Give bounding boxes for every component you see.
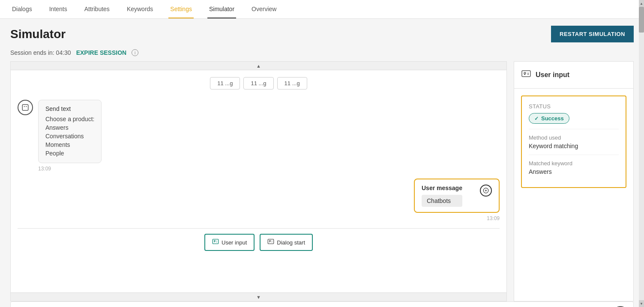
scroll-up-button[interactable]: ▲ [639, 0, 644, 7]
session-bar: Session ends in: 04:30 EXPIRE SESSION i [0, 46, 644, 61]
page-scrollbar: ▲ ▼ [639, 0, 644, 307]
user-message-inner: User message Chatbots [422, 185, 462, 207]
svg-rect-0 [22, 104, 28, 110]
bot-message-content: Send text Choose a product: Answers Conv… [38, 100, 102, 172]
svg-point-7 [270, 240, 271, 241]
restart-simulation-button[interactable]: RESTART SIMULATION [551, 26, 634, 42]
bot-bubble: Send text Choose a product: Answers Conv… [38, 100, 102, 163]
nav-overview[interactable]: Overview [250, 0, 278, 18]
svg-rect-8 [522, 71, 530, 77]
scrollbar-track [639, 7, 644, 300]
product-moments: Moments [45, 140, 94, 149]
info-icon[interactable]: i [132, 49, 138, 56]
svg-rect-4 [213, 239, 218, 244]
svg-point-9 [524, 72, 526, 74]
product-conversations: Conversations [45, 132, 94, 140]
product-people: People [45, 149, 94, 158]
nav-simulator[interactable]: Simulator [207, 0, 236, 18]
svg-rect-6 [268, 239, 274, 244]
top-button-3[interactable]: 11 ...g [277, 77, 307, 89]
divider-2 [529, 155, 619, 155]
right-panel-header: User input [514, 62, 633, 89]
method-value: Keyword matching [529, 143, 619, 149]
top-button-1[interactable]: 11 ...g [210, 77, 240, 89]
user-message-icon [480, 185, 492, 197]
action-buttons: User input Dialog start [18, 228, 500, 254]
session-timer: Session ends in: 04:30 [10, 49, 71, 56]
method-label: Method used [529, 134, 619, 141]
scrollbar-thumb [639, 7, 644, 33]
user-message-box: User message Chatbots [414, 179, 500, 213]
nav-intents[interactable]: Intents [48, 0, 69, 18]
send-text-label: Send text [45, 105, 94, 112]
expire-session-button[interactable]: EXPIRE SESSION [76, 49, 126, 56]
user-input-panel-icon [521, 69, 531, 81]
scroll-up-arrow[interactable]: ▲ [11, 62, 506, 70]
page-header: Simulator RESTART SIMULATION [0, 19, 644, 46]
scroll-down-arrow[interactable]: ▼ [11, 292, 506, 301]
chat-scroll: 11 ...g 11 ...g 11 ...g [11, 70, 506, 292]
status-row: Status Success [529, 103, 619, 124]
dialog-start-icon [267, 238, 274, 247]
scroll-down-button[interactable]: ▼ [639, 300, 644, 307]
keyword-label: Matched keyword [529, 160, 619, 167]
dialog-start-label: Dialog start [277, 239, 305, 246]
right-panel: User input Status Success Method used Ke… [514, 61, 634, 301]
product-answers: Answers [45, 123, 94, 132]
status-section-label: Status [529, 103, 619, 110]
dialog-start-button[interactable]: Dialog start [260, 234, 313, 251]
nav-settings[interactable]: Settings [168, 0, 194, 18]
bot-avatar-icon [18, 100, 33, 115]
user-message-label: User message [422, 185, 462, 191]
method-row: Method used Keyword matching [529, 134, 619, 149]
chat-area: ▲ 11 ...g 11 ...g 11 ...g [10, 61, 507, 301]
keyword-row: Matched keyword Answers [529, 160, 619, 175]
user-message-container: User message Chatbots 13:09 [414, 179, 500, 221]
user-input-button[interactable]: User input [204, 234, 255, 251]
keyword-value: Answers [529, 168, 619, 175]
page-title: Simulator [10, 27, 66, 41]
user-input-icon [212, 238, 219, 247]
user-input-label: User input [222, 239, 247, 246]
top-buttons-row: 11 ...g 11 ...g 11 ...g [18, 77, 500, 89]
product-choose: Choose a product: [45, 115, 94, 123]
top-navigation: Dialogs Intents Attributes Keywords Sett… [0, 0, 644, 19]
status-badge: Success [529, 113, 569, 124]
nav-attributes[interactable]: Attributes [83, 0, 111, 18]
nav-keywords[interactable]: Keywords [125, 0, 155, 18]
bot-message: Send text Choose a product: Answers Conv… [18, 100, 155, 172]
bot-message-time: 13:09 [38, 166, 102, 172]
status-card: Status Success Method used Keyword match… [521, 95, 626, 188]
top-button-2[interactable]: 11 ...g [243, 77, 273, 89]
divider-1 [529, 129, 619, 129]
svg-point-5 [214, 240, 216, 241]
right-panel-content: Status Success Method used Keyword match… [514, 89, 633, 301]
right-panel-title: User input [536, 71, 569, 79]
user-message-bubble: Chatbots [422, 195, 462, 207]
main-layout: ▲ 11 ...g 11 ...g 11 ...g [0, 61, 644, 301]
user-message-time: 13:09 [487, 215, 500, 221]
nav-dialogs[interactable]: Dialogs [10, 0, 34, 18]
message-input-bar: 📎 [10, 301, 634, 307]
